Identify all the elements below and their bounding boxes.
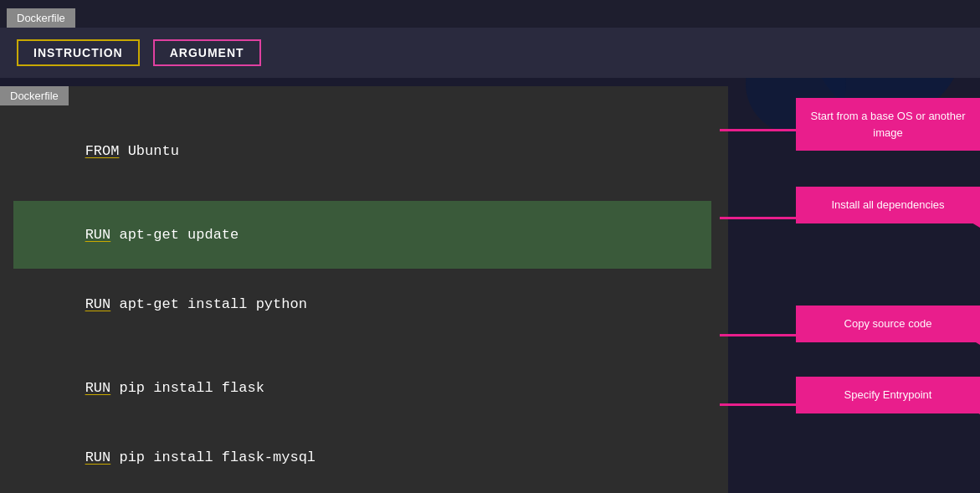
annotations-panel: Start from a base OS or another image In… [720,86,980,493]
run-arg-4: pip install flask-mysql [110,449,316,465]
run-line-4: RUN pip install flask-mysql [17,424,711,492]
run-arg-3: pip install flask [110,380,264,396]
instruction-row: INSTRUCTION ARGUMENT [0,28,980,78]
code-panel: Dockerfile FROM Ubuntu RUN apt-get updat… [0,86,728,493]
entry-ann-text: Specify Entrypoint [844,388,932,401]
dockerfile-tab-top: Dockerfile [7,8,75,28]
copy-ann-box: Copy source code [796,306,980,342]
run-arg-1: apt-get update [110,227,239,243]
entry-ann-box: Specify Entrypoint [796,377,980,413]
from-ann-box: Start from a base OS or another image [796,98,980,151]
copy-ann-text: Copy source code [844,317,932,330]
from-line: FROM Ubuntu [17,117,711,186]
run-line-2: RUN apt-get install python [17,270,711,339]
from-keyword: FROM [85,143,120,159]
argument-label: ARGUMENT [153,39,261,66]
main-section: Dockerfile FROM Ubuntu RUN apt-get updat… [0,86,980,493]
run-line-3: RUN pip install flask [17,354,711,423]
spacer-2 [17,341,711,352]
code-content: FROM Ubuntu RUN apt-get update RUN apt-g… [0,105,728,493]
run-keyword-4: RUN [85,449,111,465]
dockerfile-tab-main: Dockerfile [0,86,69,105]
run-ann-box: Install all dependencies [796,187,980,223]
run-keyword-2: RUN [85,296,111,312]
instruction-label: INSTRUCTION [17,39,140,66]
run-keyword-1: RUN [85,227,111,243]
spacer-1 [17,187,711,199]
from-ann-text: Start from a base OS or another image [811,110,966,139]
run-arg-2: apt-get install python [110,296,307,312]
top-section: Dockerfile INSTRUCTION ARGUMENT [0,0,980,78]
run-ann-text: Install all dependencies [831,198,944,211]
run-line-1: RUN apt-get update [13,201,711,270]
from-arg: Ubuntu [119,143,178,159]
run-keyword-3: RUN [85,380,111,396]
